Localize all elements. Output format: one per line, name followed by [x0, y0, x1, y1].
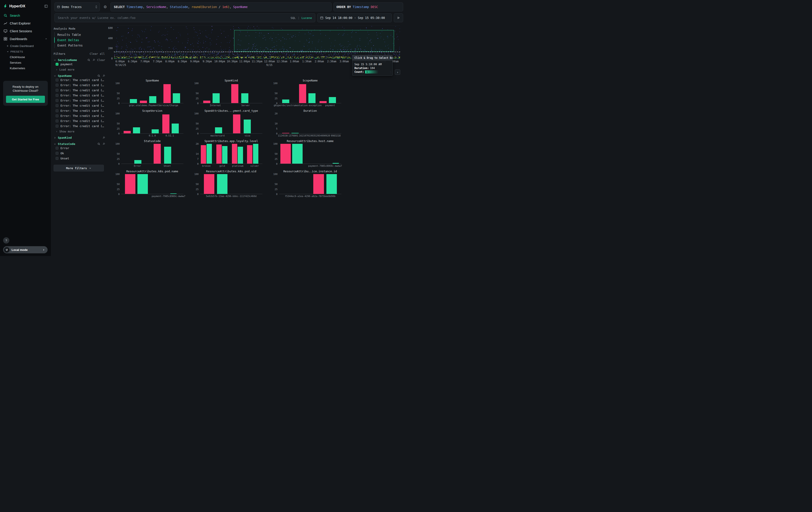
filter-checkbox-row[interactable]: Error: The credit card (…	[54, 113, 105, 118]
checkbox[interactable]	[56, 89, 58, 92]
mini-chart: SpanKind10050250InternalServer	[192, 79, 262, 107]
order-by-editor[interactable]: ORDER BY Timestamp DESC	[334, 2, 403, 11]
pin-icon[interactable]	[102, 142, 105, 145]
mini-chart-plot[interactable]: mastercardvisa	[200, 113, 262, 134]
y-axis-tick-label: 100	[273, 142, 278, 145]
search-input[interactable]	[58, 16, 288, 20]
help-button[interactable]: ?	[3, 237, 9, 244]
filter-checkbox-row[interactable]: Error: The credit card (…	[54, 83, 105, 88]
filter-checkbox-row[interactable]: Error: The credit card (…	[54, 124, 105, 129]
filter-checkbox-row[interactable]: Error	[54, 145, 105, 151]
mini-chart-plot[interactable]: InternalServer	[200, 83, 262, 103]
chevron-down-icon[interactable]	[54, 59, 56, 61]
get-started-button[interactable]: Get Started for Free	[6, 96, 45, 103]
sidebar-item-kubernetes[interactable]: Kubernetes	[0, 65, 51, 71]
checkbox[interactable]	[56, 125, 58, 128]
presets-toggle[interactable]: PRESETS	[0, 49, 51, 54]
sidebar-item-chart-explorer[interactable]: Chart Explorer	[0, 19, 51, 27]
clear-filter-button[interactable]: Clear	[97, 58, 105, 62]
load-more-link[interactable]: Show more	[54, 129, 105, 133]
analysis-mode-option[interactable]: Event Patterns	[55, 43, 105, 48]
pin-icon[interactable]	[92, 58, 95, 61]
sql-toggle[interactable]: SQL	[291, 16, 296, 20]
checkbox[interactable]	[56, 99, 58, 102]
load-more-link[interactable]: Load more	[54, 67, 105, 71]
mini-chart-plot[interactable]: payment-7985c8969c-mwmw7	[121, 174, 183, 194]
sidebar-collapse-icon[interactable]	[44, 4, 48, 8]
sidebar-item-search[interactable]: Search	[0, 11, 51, 19]
mini-chart-plot[interactable]: grpc.oteldemo.PaymentService/Charge	[121, 83, 183, 103]
analysis-mode-option[interactable]: Results Table	[55, 32, 105, 37]
checkbox[interactable]	[56, 114, 58, 117]
mini-chart-plot[interactable]: 0.1.00.51.1	[121, 113, 183, 134]
filter-checkbox-row[interactable]: Error: The credit card (…	[54, 88, 105, 93]
filter-checkbox-row[interactable]: Error: The credit card (…	[54, 103, 105, 108]
bar	[172, 124, 179, 134]
selection-box[interactable]	[234, 30, 394, 52]
chevron-up-icon[interactable]	[45, 37, 47, 40]
mini-chart-plot[interactable]: bronzegoldplatinumsilver	[200, 144, 262, 164]
filter-group-header[interactable]: SpanKind	[54, 136, 105, 139]
filter-group-header[interactable]: StatusCode	[54, 142, 105, 145]
query-token: SELECT	[114, 5, 126, 9]
filter-checkbox-row[interactable]: Ok	[54, 151, 105, 156]
checkbox[interactable]	[56, 147, 58, 150]
chevron-down-icon[interactable]	[54, 143, 56, 145]
filter-checkbox-row[interactable]: Error: The credit card (…	[54, 98, 105, 103]
more-filters-button[interactable]: More filters	[54, 165, 104, 171]
search-icon[interactable]	[97, 142, 100, 145]
next-page-button[interactable]: ›	[395, 70, 400, 75]
mini-chart-plot[interactable]: 5e02b5fb-13ae-4296-bbbc-111f423c460d	[200, 174, 262, 194]
clear-all-button[interactable]: Clear all	[90, 52, 105, 55]
tooltip-count-value: 1	[365, 70, 379, 74]
search-icon	[4, 14, 7, 17]
x-axis-tick-label: 19935295	[309, 134, 320, 137]
filter-group-header[interactable]: SpanName	[54, 74, 105, 78]
sidebar-item-clickhouse[interactable]: ClickHouse	[0, 54, 51, 60]
checkbox[interactable]	[56, 94, 58, 97]
checkbox[interactable]	[56, 84, 58, 87]
filter-checkbox-row[interactable]: Error: The credit card (…	[54, 93, 105, 98]
date-range-picker[interactable]: Sep 14 18:00:00 - Sep 15 05:30:00	[317, 14, 392, 22]
chevron-down-icon[interactable]	[54, 75, 56, 77]
mini-chart-title: Duration	[279, 109, 341, 113]
filter-checkbox-row[interactable]: Error: The credit card (…	[54, 108, 105, 113]
checkbox[interactable]	[56, 119, 58, 123]
mini-chart-y-axis: 201050	[271, 113, 279, 134]
sql-query-editor[interactable]: SELECT Timestamp, ServiceName, StatusCod…	[111, 2, 331, 11]
analysis-mode-option[interactable]: Event Deltas	[54, 37, 105, 43]
x-axis-tick-label: 9:30pm	[203, 60, 212, 63]
heatmap-plot[interactable]	[114, 26, 400, 59]
checkbox[interactable]	[56, 152, 58, 155]
checkbox[interactable]	[56, 104, 58, 107]
pin-icon[interactable]	[102, 136, 105, 139]
mini-chart-plot[interactable]: 1124538137680116210701993529540909209983…	[279, 113, 341, 134]
filter-checkbox-row[interactable]: Unset	[54, 156, 105, 161]
checkbox[interactable]: ✓	[56, 63, 58, 66]
search-icon[interactable]	[87, 58, 90, 61]
pin-icon[interactable]	[102, 74, 105, 77]
create-dashboard-button[interactable]: + Create Dashboard	[0, 43, 51, 49]
mini-chart-plot[interactable]: f5344ec9-a1ea-4290-a62a-78f5bee8d90b	[279, 174, 341, 194]
data-source-select[interactable]: Demo Traces	[55, 2, 100, 11]
mini-chart-plot[interactable]: ErrorUnset	[121, 144, 183, 164]
local-mode-button[interactable]: U Local mode	[3, 246, 48, 253]
checkbox[interactable]	[56, 79, 58, 81]
filter-group-header[interactable]: ServiceNameClear	[54, 58, 105, 62]
filter-checkbox-row[interactable]: Error: The credit card (…	[54, 78, 105, 83]
search-icon[interactable]	[97, 74, 100, 77]
sidebar-item-services[interactable]: Services	[0, 60, 51, 65]
sidebar-item-client-sessions[interactable]: Client Sessions	[0, 27, 51, 35]
checkbox[interactable]	[56, 157, 58, 160]
y-axis-tick-label: 0	[197, 193, 199, 195]
gear-icon[interactable]: ⚙	[102, 2, 109, 11]
filter-checkbox-row[interactable]: Error: The credit card (…	[54, 118, 105, 124]
mini-chart-plot[interactable]: payment-7985c8969c-mwmw7	[279, 144, 341, 164]
checkbox[interactable]	[56, 109, 58, 112]
lucene-toggle[interactable]: Lucene	[301, 16, 312, 20]
chevron-right-icon[interactable]	[54, 136, 56, 139]
run-query-button[interactable]	[394, 14, 403, 22]
sidebar-item-dashboards[interactable]: Dashboards	[0, 35, 51, 43]
mini-chart-plot[interactable]: @hyperdx/instrumentation-exceptionpaymen…	[279, 83, 341, 103]
filter-checkbox-row[interactable]: ✓payment	[54, 62, 105, 67]
